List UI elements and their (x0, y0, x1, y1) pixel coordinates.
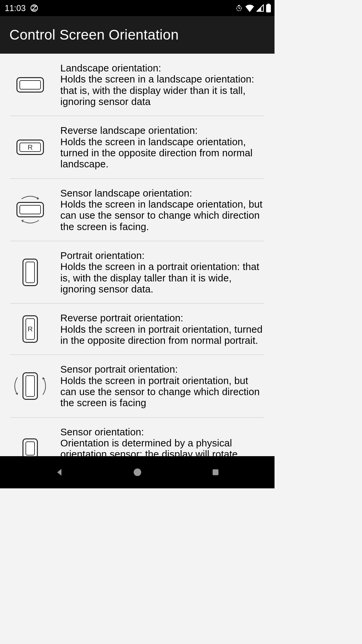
alarm-icon (235, 4, 243, 12)
option-title: Reverse landscape orientation: (60, 125, 198, 136)
orientation-list: Landscape orientation: Holds the screen … (0, 54, 275, 456)
sensor-portrait-icon (10, 369, 50, 403)
status-time: 11:03 (5, 3, 26, 13)
navigation-bar (0, 456, 275, 488)
option-reverse-portrait[interactable]: R Reverse portrait orientation: Holds th… (10, 304, 264, 355)
option-title: Landscape orientation: (60, 62, 161, 73)
option-text: Reverse landscape orientation: Holds the… (60, 125, 264, 169)
option-text: Sensor orientation: Orientation is deter… (60, 426, 264, 456)
reverse-landscape-icon: R (10, 140, 50, 155)
option-desc: Holds the screen in portrait orientation… (60, 324, 262, 346)
status-bar: 11:03 (0, 0, 275, 16)
option-desc: Holds the screen in portrait orientation… (60, 375, 260, 409)
option-text: Reverse portrait orientation: Holds the … (60, 312, 264, 346)
status-bar-right (235, 4, 271, 12)
option-desc: Holds the screen in a portrait orientati… (60, 261, 259, 294)
option-portrait[interactable]: Portrait orientation: Holds the screen i… (10, 241, 264, 304)
option-sensor-portrait[interactable]: Sensor portrait orientation: Holds the s… (10, 355, 264, 417)
option-text: Sensor landscape orientation: Holds the … (60, 187, 264, 232)
reverse-portrait-icon: R (10, 315, 50, 343)
option-reverse-landscape[interactable]: R Reverse landscape orientation: Holds t… (10, 116, 264, 178)
cellular-icon (256, 4, 264, 12)
landscape-icon (10, 77, 50, 93)
option-desc: Orientation is determined by a physical … (60, 437, 244, 456)
battery-icon (266, 4, 271, 12)
auto-rotate-off-icon (30, 4, 39, 12)
recent-apps-button[interactable] (208, 465, 223, 480)
sensor-landscape-icon (10, 193, 50, 226)
sensor-icon (10, 432, 50, 456)
svg-rect-8 (267, 4, 269, 5)
option-title: Sensor orientation: (60, 426, 144, 437)
option-landscape[interactable]: Landscape orientation: Holds the screen … (10, 54, 264, 116)
portrait-icon (10, 259, 50, 286)
option-desc: Holds the screen in a landscape orientat… (60, 73, 254, 107)
option-desc: Holds the screen in landscape orientatio… (60, 199, 262, 232)
option-title: Sensor portrait orientation: (60, 364, 178, 375)
option-title: Reverse portrait orientation: (60, 312, 183, 323)
svg-rect-7 (266, 4, 271, 12)
option-text: Landscape orientation: Holds the screen … (60, 62, 264, 107)
option-sensor-landscape[interactable]: Sensor landscape orientation: Holds the … (10, 179, 264, 241)
home-button[interactable] (130, 465, 145, 480)
back-button[interactable] (52, 465, 67, 480)
app-header: Control Screen Orientation (0, 16, 275, 54)
option-title: Portrait orientation: (60, 250, 144, 261)
wifi-icon (245, 4, 254, 12)
option-text: Portrait orientation: Holds the screen i… (60, 250, 264, 294)
content-area: Landscape orientation: Holds the screen … (0, 54, 275, 456)
svg-point-9 (133, 469, 141, 476)
option-desc: Holds the screen in landscape orientatio… (60, 136, 252, 170)
status-bar-left: 11:03 (5, 3, 39, 13)
option-sensor[interactable]: Sensor orientation: Orientation is deter… (10, 418, 264, 456)
option-title: Sensor landscape orientation: (60, 187, 192, 199)
svg-line-1 (32, 5, 37, 10)
svg-rect-10 (213, 469, 218, 475)
page-title: Control Screen Orientation (9, 27, 179, 43)
option-text: Sensor portrait orientation: Holds the s… (60, 364, 264, 408)
